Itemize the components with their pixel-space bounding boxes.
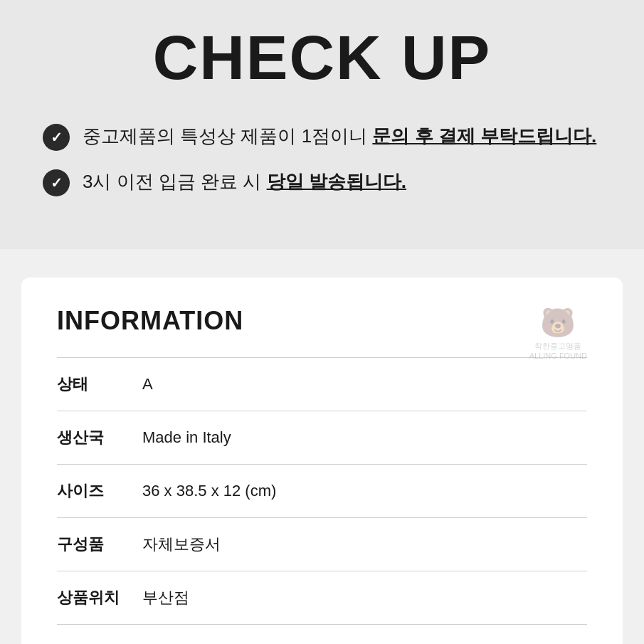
check-item-1: 중고제품의 특성상 제품이 1점이니 문의 후 결제 부탁드립니다. bbox=[43, 122, 601, 151]
label-status: 상태 bbox=[57, 374, 142, 395]
value-status: A bbox=[142, 375, 153, 394]
info-row-location: 상품위치 부산점 bbox=[57, 571, 587, 625]
check-text-2: 3시 이전 입금 완료 시 당일 발송됩니다. bbox=[83, 168, 406, 196]
value-components: 자체보증서 bbox=[142, 534, 221, 555]
label-size: 사이즈 bbox=[57, 480, 142, 502]
watermark-brand-text: 착한중고명품ALLING FOUND bbox=[529, 341, 587, 361]
page-title: CHECK UP bbox=[43, 21, 601, 94]
info-card: INFORMATION 🐻 착한중고명품ALLING FOUND 상태 A 생산… bbox=[21, 278, 623, 644]
label-components: 구성품 bbox=[57, 534, 142, 555]
bottom-section: INFORMATION 🐻 착한중고명품ALLING FOUND 상태 A 생산… bbox=[0, 249, 644, 644]
watermark: 🐻 착한중고명품ALLING FOUND bbox=[529, 306, 587, 361]
check-item-2: 3시 이전 입금 완료 시 당일 발송됩니다. bbox=[43, 168, 601, 196]
info-row-components: 구성품 자체보증서 bbox=[57, 517, 587, 571]
label-origin: 생산국 bbox=[57, 427, 142, 448]
value-location: 부산점 bbox=[142, 587, 189, 608]
check-icon-2 bbox=[43, 169, 70, 196]
info-table: 상태 A 생산국 Made in Italy 사이즈 36 x 38.5 x 1… bbox=[57, 357, 587, 625]
watermark-bear: 🐻 bbox=[529, 306, 587, 339]
value-origin: Made in Italy bbox=[142, 428, 231, 447]
info-section-title: INFORMATION bbox=[57, 306, 587, 336]
info-row-origin: 생산국 Made in Italy bbox=[57, 411, 587, 464]
check-icon-1 bbox=[43, 124, 70, 151]
label-location: 상품위치 bbox=[57, 587, 142, 608]
value-size: 36 x 38.5 x 12 (cm) bbox=[142, 482, 276, 500]
check-text-1: 중고제품의 특성상 제품이 1점이니 문의 후 결제 부탁드립니다. bbox=[83, 122, 596, 150]
info-row-size: 사이즈 36 x 38.5 x 12 (cm) bbox=[57, 464, 587, 517]
info-row-status: 상태 A bbox=[57, 357, 587, 411]
top-section: CHECK UP 중고제품의 특성상 제품이 1점이니 문의 후 결제 부탁드립… bbox=[0, 0, 644, 249]
